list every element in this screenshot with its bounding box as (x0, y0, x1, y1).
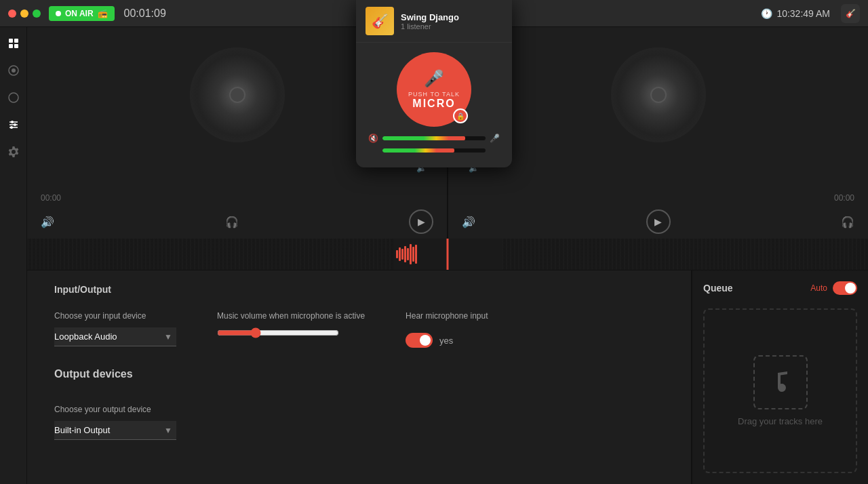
svg-point-11 (11, 121, 14, 123)
app-icon[interactable]: 🎸 (841, 4, 860, 23)
clock-time: 10:32:49 AM (776, 8, 830, 19)
queue-auto-label: Auto (810, 283, 827, 293)
input-device-select-wrapper[interactable]: Loopback Audio ▼ (54, 327, 176, 346)
on-air-button[interactable]: ON AIR 📻 (49, 6, 115, 21)
waveform-needle (447, 239, 449, 270)
microphone-icon: 🎤 (424, 69, 444, 88)
svg-point-7 (9, 93, 18, 102)
micro-now-playing: 🎸 Swing Django 1 listener (356, 0, 512, 43)
micro-label: MICRO (412, 98, 455, 110)
svg-point-12 (14, 123, 16, 126)
output-device-label: Choose your output device (54, 405, 664, 414)
music-volume-section: Music volume when microphone is active (217, 311, 365, 348)
clock-display: 🕐 10:32:49 AM (761, 8, 830, 19)
bottom-panel: Input/Output Choose your input device Lo… (27, 270, 868, 484)
broadcast-icon: 📻 (98, 9, 108, 18)
headphone-icon-right[interactable]: 🎧 (841, 216, 854, 228)
meter-row-bottom: 🔇 🎤 (368, 146, 500, 155)
sidebar-item-circle[interactable] (5, 89, 22, 106)
hear-mic-toggle-knob (420, 335, 431, 346)
music-volume-slider[interactable] (217, 327, 339, 338)
push-to-talk-button[interactable]: 🎤 PUSH TO TALK MICRO 🔒 (397, 52, 471, 127)
svg-point-6 (12, 68, 16, 73)
io-panel: Input/Output Choose your input device Lo… (27, 270, 691, 484)
sidebar-item-sliders[interactable] (5, 117, 22, 133)
output-device-select[interactable]: Built-in Output (54, 421, 176, 440)
input-device-section: Choose your input device Loopback Audio … (54, 311, 176, 348)
meter-bar-bottom (382, 148, 486, 153)
speaker-icon-left[interactable]: 🔊 (41, 216, 54, 228)
output-device-select-wrapper[interactable]: Built-in Output ▼ (54, 421, 176, 440)
on-air-label: ON AIR (65, 9, 94, 18)
traffic-lights (8, 9, 41, 18)
output-section-title: Output devices (54, 368, 664, 380)
io-row-input: Choose your input device Loopback Audio … (54, 311, 664, 348)
svg-rect-2 (14, 39, 18, 43)
play-button-right[interactable]: ▶ (646, 209, 671, 234)
deck-vinyl-left (190, 47, 285, 142)
queue-header: Queue Auto (703, 281, 857, 295)
sidebar-item-grid[interactable] (5, 35, 22, 52)
waveform-center (393, 239, 502, 270)
meter-mute-icon: 🔇 (368, 134, 378, 143)
maximize-button[interactable] (33, 9, 41, 18)
queue-auto-area: Auto (810, 281, 857, 295)
album-art: 🎸 (366, 7, 394, 35)
music-note-icon (753, 355, 808, 409)
drop-zone-text: Drag your tracks here (738, 416, 823, 426)
on-air-dot (56, 11, 61, 16)
deck-time-right: 00:00 (834, 191, 854, 203)
listeners-count: 1 listener (401, 22, 459, 31)
music-volume-label: Music volume when microphone is active (217, 311, 365, 321)
svg-rect-1 (9, 39, 13, 43)
queue-drop-zone: Drag your tracks here (703, 308, 857, 473)
micro-overlay: 🎸 Swing Django 1 listener 🎤 PUSH TO TALK… (356, 0, 512, 167)
hear-mic-toggle[interactable] (406, 333, 433, 348)
meter-bar-fill-bottom (382, 148, 454, 153)
minimize-button[interactable] (20, 9, 28, 18)
svg-rect-3 (9, 44, 13, 48)
sidebar-item-radio[interactable] (5, 62, 22, 79)
headphone-icon-left[interactable]: 🎧 (225, 216, 239, 228)
close-button[interactable] (8, 9, 16, 18)
track-title: Swing Django (401, 12, 459, 22)
clock-icon: 🕐 (761, 8, 772, 19)
svg-point-13 (10, 126, 13, 129)
deck-bottom-left: 🔊 🎧 ▶ (27, 205, 447, 239)
queue-title: Queue (703, 283, 733, 294)
music-volume-slider-wrapper (217, 327, 339, 341)
micro-button-area: 🎤 PUSH TO TALK MICRO 🔒 🔇 🎤 🔇 🎤 (356, 43, 512, 167)
input-device-label: Choose your input device (54, 311, 176, 321)
lock-icon: 🔒 (453, 108, 468, 123)
meter-mic-icon: 🎤 (490, 134, 500, 143)
input-device-select[interactable]: Loopback Audio (54, 327, 176, 346)
io-row-output: Output devices Choose your output device… (54, 368, 664, 440)
hear-mic-label: Hear microphone input (406, 311, 488, 321)
sidebar-item-gear[interactable] (5, 144, 22, 160)
hear-mic-toggle-row: yes (406, 333, 488, 348)
queue-auto-toggle[interactable] (833, 281, 857, 295)
broadcast-timer: 00:01:09 (124, 7, 166, 20)
deck-bottom-right: 🔊 ▶ 🎧 (448, 205, 868, 239)
meter-bar-fill-top (382, 136, 465, 140)
track-info: Swing Django 1 listener (401, 12, 459, 31)
io-panel-title: Input/Output (54, 284, 664, 295)
svg-rect-4 (14, 44, 18, 48)
queue-panel: Queue Auto Drag your tracks here (692, 270, 868, 484)
deck-vinyl-right (611, 47, 706, 142)
waveform-right (502, 239, 868, 270)
waveform-left (27, 239, 393, 270)
hear-mic-value: yes (439, 336, 453, 346)
deck-time-left: 00:00 (41, 191, 61, 203)
micro-meter: 🔇 🎤 🔇 🎤 (366, 134, 502, 158)
meter-row-top: 🔇 🎤 (368, 134, 500, 143)
sidebar (0, 27, 27, 484)
output-device-section: Choose your output device Built-in Outpu… (54, 405, 664, 440)
speaker-icon-right[interactable]: 🔊 (462, 216, 475, 228)
hear-mic-section: Hear microphone input yes (406, 311, 488, 348)
queue-auto-toggle-knob (845, 283, 856, 294)
push-to-talk-label: PUSH TO TALK (408, 91, 460, 98)
meter-bar-top (382, 136, 486, 140)
waveform-section (27, 239, 868, 270)
play-button-left[interactable]: ▶ (409, 209, 433, 234)
